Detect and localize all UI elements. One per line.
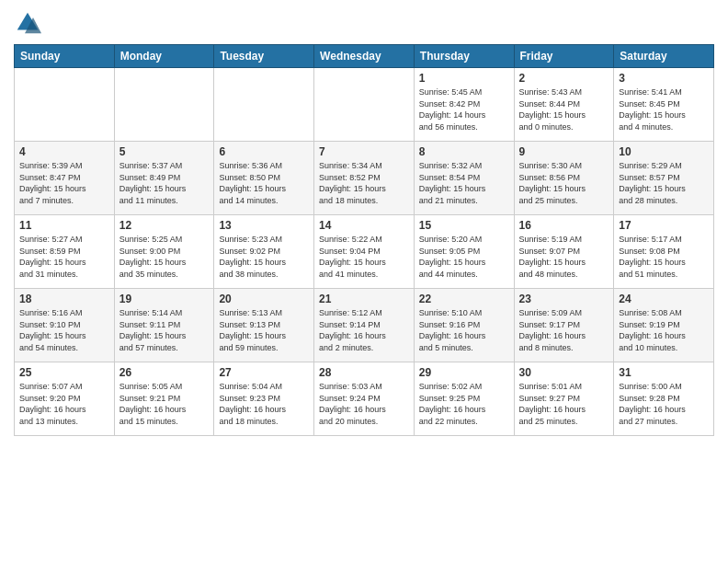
day-cell: 5Sunrise: 5:37 AM Sunset: 8:49 PM Daylig… bbox=[114, 142, 214, 215]
day-number: 2 bbox=[519, 72, 609, 85]
day-info: Sunrise: 5:12 AM Sunset: 9:14 PM Dayligh… bbox=[319, 307, 409, 353]
day-info: Sunrise: 5:00 AM Sunset: 9:28 PM Dayligh… bbox=[619, 381, 709, 427]
day-info: Sunrise: 5:45 AM Sunset: 8:42 PM Dayligh… bbox=[419, 86, 509, 132]
day-number: 4 bbox=[19, 145, 109, 158]
day-cell: 1Sunrise: 5:45 AM Sunset: 8:42 PM Daylig… bbox=[414, 68, 514, 142]
main-container: SundayMondayTuesdayWednesdayThursdayFrid… bbox=[0, 0, 728, 445]
day-info: Sunrise: 5:08 AM Sunset: 9:19 PM Dayligh… bbox=[619, 307, 709, 353]
day-number: 30 bbox=[519, 366, 609, 379]
day-info: Sunrise: 5:34 AM Sunset: 8:52 PM Dayligh… bbox=[319, 160, 409, 206]
day-cell: 23Sunrise: 5:09 AM Sunset: 9:17 PM Dayli… bbox=[514, 289, 614, 362]
day-info: Sunrise: 5:36 AM Sunset: 8:50 PM Dayligh… bbox=[219, 160, 309, 206]
weekday-header-sunday: Sunday bbox=[15, 45, 115, 68]
day-number: 8 bbox=[419, 145, 509, 158]
day-cell: 20Sunrise: 5:13 AM Sunset: 9:13 PM Dayli… bbox=[214, 289, 314, 362]
day-info: Sunrise: 5:02 AM Sunset: 9:25 PM Dayligh… bbox=[419, 381, 509, 427]
weekday-header-row: SundayMondayTuesdayWednesdayThursdayFrid… bbox=[15, 45, 714, 68]
day-number: 19 bbox=[119, 293, 210, 305]
day-info: Sunrise: 5:37 AM Sunset: 8:49 PM Dayligh… bbox=[119, 160, 210, 206]
day-cell: 4Sunrise: 5:39 AM Sunset: 8:47 PM Daylig… bbox=[15, 142, 115, 215]
day-number: 5 bbox=[119, 145, 210, 158]
day-number: 17 bbox=[619, 219, 709, 232]
day-cell: 31Sunrise: 5:00 AM Sunset: 9:28 PM Dayli… bbox=[614, 362, 714, 436]
logo bbox=[14, 9, 45, 37]
day-number: 7 bbox=[319, 145, 409, 158]
day-number: 26 bbox=[119, 366, 210, 379]
day-info: Sunrise: 5:07 AM Sunset: 9:20 PM Dayligh… bbox=[19, 381, 109, 427]
day-info: Sunrise: 5:01 AM Sunset: 9:27 PM Dayligh… bbox=[519, 381, 609, 427]
day-info: Sunrise: 5:16 AM Sunset: 9:10 PM Dayligh… bbox=[19, 307, 109, 353]
day-info: Sunrise: 5:22 AM Sunset: 9:04 PM Dayligh… bbox=[319, 234, 409, 280]
day-cell: 18Sunrise: 5:16 AM Sunset: 9:10 PM Dayli… bbox=[15, 289, 115, 362]
day-cell: 29Sunrise: 5:02 AM Sunset: 9:25 PM Dayli… bbox=[414, 362, 514, 436]
day-cell: 14Sunrise: 5:22 AM Sunset: 9:04 PM Dayli… bbox=[314, 215, 415, 289]
day-number: 21 bbox=[319, 293, 409, 305]
day-info: Sunrise: 5:20 AM Sunset: 9:05 PM Dayligh… bbox=[419, 234, 509, 280]
day-info: Sunrise: 5:25 AM Sunset: 9:00 PM Dayligh… bbox=[119, 234, 210, 280]
day-cell: 30Sunrise: 5:01 AM Sunset: 9:27 PM Dayli… bbox=[514, 362, 614, 436]
day-info: Sunrise: 5:05 AM Sunset: 9:21 PM Dayligh… bbox=[119, 381, 210, 427]
day-number: 10 bbox=[619, 145, 709, 158]
day-number: 24 bbox=[619, 293, 709, 305]
week-row-4: 18Sunrise: 5:16 AM Sunset: 9:10 PM Dayli… bbox=[15, 289, 714, 362]
day-info: Sunrise: 5:41 AM Sunset: 8:45 PM Dayligh… bbox=[619, 86, 709, 132]
day-cell: 15Sunrise: 5:20 AM Sunset: 9:05 PM Dayli… bbox=[414, 215, 514, 289]
day-info: Sunrise: 5:23 AM Sunset: 9:02 PM Dayligh… bbox=[219, 234, 309, 280]
day-number: 3 bbox=[619, 72, 709, 85]
day-number: 22 bbox=[419, 293, 509, 305]
day-number: 14 bbox=[319, 219, 409, 232]
day-number: 27 bbox=[219, 366, 309, 379]
day-cell: 27Sunrise: 5:04 AM Sunset: 9:23 PM Dayli… bbox=[214, 362, 314, 436]
day-cell: 24Sunrise: 5:08 AM Sunset: 9:19 PM Dayli… bbox=[614, 289, 714, 362]
day-cell: 2Sunrise: 5:43 AM Sunset: 8:44 PM Daylig… bbox=[514, 68, 614, 142]
day-number: 13 bbox=[219, 219, 309, 232]
day-cell bbox=[214, 68, 314, 142]
weekday-header-friday: Friday bbox=[514, 45, 614, 68]
day-info: Sunrise: 5:10 AM Sunset: 9:16 PM Dayligh… bbox=[419, 307, 509, 353]
day-cell: 7Sunrise: 5:34 AM Sunset: 8:52 PM Daylig… bbox=[314, 142, 415, 215]
weekday-header-thursday: Thursday bbox=[414, 45, 514, 68]
day-cell: 19Sunrise: 5:14 AM Sunset: 9:11 PM Dayli… bbox=[114, 289, 214, 362]
day-cell: 12Sunrise: 5:25 AM Sunset: 9:00 PM Dayli… bbox=[114, 215, 214, 289]
weekday-header-tuesday: Tuesday bbox=[214, 45, 314, 68]
logo-icon bbox=[14, 9, 41, 37]
week-row-3: 11Sunrise: 5:27 AM Sunset: 8:59 PM Dayli… bbox=[15, 215, 714, 289]
day-cell: 3Sunrise: 5:41 AM Sunset: 8:45 PM Daylig… bbox=[614, 68, 714, 142]
day-number: 12 bbox=[119, 219, 210, 232]
day-number: 11 bbox=[19, 219, 109, 232]
day-number: 23 bbox=[519, 293, 609, 305]
day-cell: 9Sunrise: 5:30 AM Sunset: 8:56 PM Daylig… bbox=[514, 142, 614, 215]
day-cell: 16Sunrise: 5:19 AM Sunset: 9:07 PM Dayli… bbox=[514, 215, 614, 289]
day-cell: 26Sunrise: 5:05 AM Sunset: 9:21 PM Dayli… bbox=[114, 362, 214, 436]
weekday-header-monday: Monday bbox=[114, 45, 214, 68]
day-cell: 6Sunrise: 5:36 AM Sunset: 8:50 PM Daylig… bbox=[214, 142, 314, 215]
day-info: Sunrise: 5:14 AM Sunset: 9:11 PM Dayligh… bbox=[119, 307, 210, 353]
weekday-header-wednesday: Wednesday bbox=[314, 45, 415, 68]
day-cell: 21Sunrise: 5:12 AM Sunset: 9:14 PM Dayli… bbox=[314, 289, 415, 362]
day-info: Sunrise: 5:29 AM Sunset: 8:57 PM Dayligh… bbox=[619, 160, 709, 206]
day-number: 28 bbox=[319, 366, 409, 379]
day-number: 16 bbox=[519, 219, 609, 232]
day-cell: 17Sunrise: 5:17 AM Sunset: 9:08 PM Dayli… bbox=[614, 215, 714, 289]
day-cell: 13Sunrise: 5:23 AM Sunset: 9:02 PM Dayli… bbox=[214, 215, 314, 289]
day-info: Sunrise: 5:09 AM Sunset: 9:17 PM Dayligh… bbox=[519, 307, 609, 353]
day-info: Sunrise: 5:19 AM Sunset: 9:07 PM Dayligh… bbox=[519, 234, 609, 280]
day-cell bbox=[314, 68, 415, 142]
day-cell: 8Sunrise: 5:32 AM Sunset: 8:54 PM Daylig… bbox=[414, 142, 514, 215]
day-cell: 22Sunrise: 5:10 AM Sunset: 9:16 PM Dayli… bbox=[414, 289, 514, 362]
day-number: 1 bbox=[419, 72, 509, 85]
day-info: Sunrise: 5:32 AM Sunset: 8:54 PM Dayligh… bbox=[419, 160, 509, 206]
day-info: Sunrise: 5:13 AM Sunset: 9:13 PM Dayligh… bbox=[219, 307, 309, 353]
day-info: Sunrise: 5:30 AM Sunset: 8:56 PM Dayligh… bbox=[519, 160, 609, 206]
day-number: 31 bbox=[619, 366, 709, 379]
week-row-5: 25Sunrise: 5:07 AM Sunset: 9:20 PM Dayli… bbox=[15, 362, 714, 436]
header bbox=[14, 9, 714, 37]
day-number: 18 bbox=[19, 293, 109, 305]
day-info: Sunrise: 5:39 AM Sunset: 8:47 PM Dayligh… bbox=[19, 160, 109, 206]
day-cell: 11Sunrise: 5:27 AM Sunset: 8:59 PM Dayli… bbox=[15, 215, 115, 289]
weekday-header-saturday: Saturday bbox=[614, 45, 714, 68]
day-cell: 25Sunrise: 5:07 AM Sunset: 9:20 PM Dayli… bbox=[15, 362, 115, 436]
day-number: 15 bbox=[419, 219, 509, 232]
day-info: Sunrise: 5:17 AM Sunset: 9:08 PM Dayligh… bbox=[619, 234, 709, 280]
day-info: Sunrise: 5:03 AM Sunset: 9:24 PM Dayligh… bbox=[319, 381, 409, 427]
